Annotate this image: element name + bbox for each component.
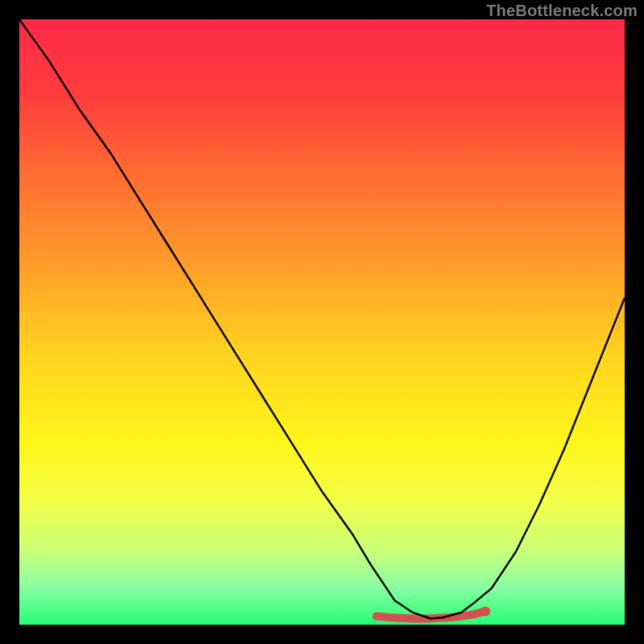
plot-area <box>19 19 625 625</box>
flat-zone-end-dot <box>481 606 490 616</box>
chart-svg <box>19 19 625 625</box>
chart-frame: TheBottleneck.com <box>0 0 644 644</box>
attribution-label: TheBottleneck.com <box>486 2 638 20</box>
gradient-background <box>19 19 625 625</box>
